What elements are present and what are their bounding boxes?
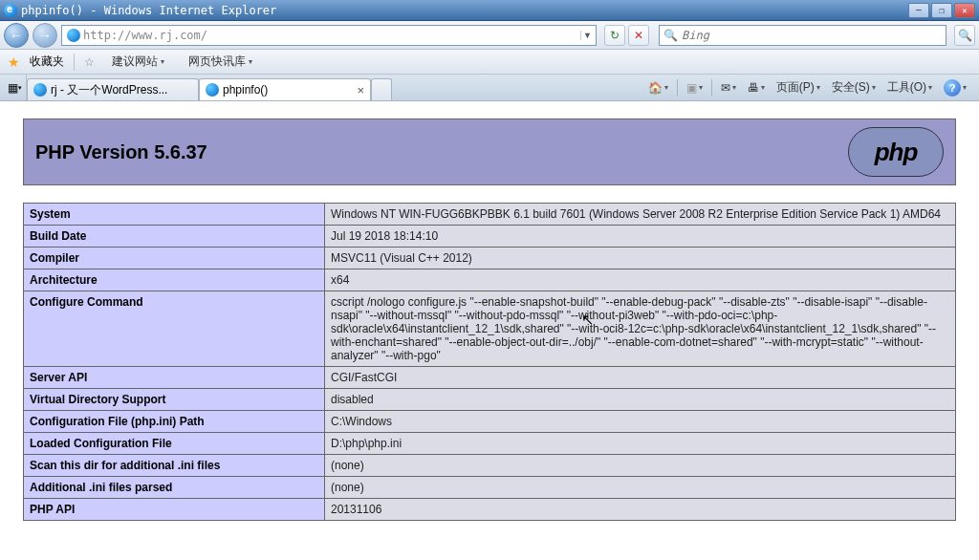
info-key: Build Date bbox=[24, 226, 325, 248]
mail-button[interactable]: ✉▾ bbox=[718, 81, 739, 95]
folder-icon: ☆ bbox=[84, 55, 95, 69]
rss-icon: ▣ bbox=[686, 81, 697, 95]
tab-label: rj - 又一个WordPress... bbox=[51, 82, 192, 98]
home-button[interactable]: 🏠▾ bbox=[645, 81, 671, 95]
safety-menu[interactable]: 安全(S)▾ bbox=[829, 79, 879, 96]
fav-link-label: 建议网站 bbox=[112, 54, 158, 70]
refresh-button[interactable]: ↻ bbox=[604, 25, 625, 46]
table-row: PHP API20131106 bbox=[24, 499, 956, 521]
php-logo: php bbox=[848, 127, 944, 177]
help-icon: ? bbox=[944, 79, 961, 97]
minimize-button[interactable]: ─ bbox=[908, 3, 929, 18]
info-key: Compiler bbox=[24, 248, 325, 269]
nav-toolbar: ← → ▼ ↻ ✕ 🔍 🔍 bbox=[0, 21, 979, 50]
address-input[interactable] bbox=[83, 29, 580, 42]
tab-close-button[interactable]: × bbox=[357, 83, 364, 97]
mail-icon: ✉ bbox=[721, 81, 730, 95]
table-row: Configure Commandcscript /nologo configu… bbox=[24, 291, 956, 367]
feeds-button[interactable]: ▣▾ bbox=[684, 81, 706, 95]
fav-webslice[interactable]: 网页快讯库 ▾ bbox=[174, 54, 252, 70]
site-icon bbox=[67, 29, 80, 42]
tools-menu[interactable]: 工具(O)▾ bbox=[884, 79, 935, 96]
nav-icons: ↻ ✕ bbox=[604, 25, 649, 46]
info-value: MSVC11 (Visual C++ 2012) bbox=[325, 248, 956, 269]
back-button[interactable]: ← bbox=[4, 23, 29, 48]
tab-phpinfo[interactable]: phpinfo() × bbox=[199, 78, 371, 100]
info-key: Configuration File (php.ini) Path bbox=[24, 411, 325, 433]
search-icon: 🔍 bbox=[664, 29, 678, 42]
table-row: Virtual Directory Supportdisabled bbox=[24, 389, 956, 411]
info-value: disabled bbox=[325, 389, 956, 411]
info-key: Virtual Directory Support bbox=[24, 389, 325, 411]
info-value: C:\Windows bbox=[325, 411, 956, 433]
print-icon: 🖶 bbox=[748, 81, 759, 95]
table-row: Architecturex64 bbox=[24, 269, 956, 291]
menu-label: 安全(S) bbox=[832, 79, 870, 96]
window-title: phpinfo() - Windows Internet Explorer bbox=[21, 4, 908, 17]
php-header: PHP Version 5.6.37 php bbox=[23, 118, 956, 185]
window-titlebar: phpinfo() - Windows Internet Explorer ─ … bbox=[0, 0, 979, 21]
tab-label: phpinfo() bbox=[223, 83, 353, 97]
info-key: Configure Command bbox=[24, 291, 325, 367]
fav-suggested-sites[interactable]: ☆ 建议网站 ▾ bbox=[84, 54, 164, 70]
search-box[interactable]: 🔍 bbox=[659, 25, 946, 46]
ie-icon bbox=[206, 83, 219, 97]
separator bbox=[711, 79, 712, 97]
new-tab-button[interactable] bbox=[371, 78, 392, 100]
table-row: Configuration File (php.ini) PathC:\Wind… bbox=[24, 411, 956, 433]
php-logo-text: php bbox=[875, 138, 918, 167]
print-button[interactable]: 🖶▾ bbox=[745, 81, 768, 95]
info-key: Architecture bbox=[24, 269, 325, 291]
php-info-table: SystemWindows NT WIN-FUGG6BKPBBK 6.1 bui… bbox=[23, 203, 956, 521]
info-value: D:\php\php.ini bbox=[325, 433, 956, 455]
table-row: Server APICGI/FastCGI bbox=[24, 367, 956, 389]
search-go-button[interactable]: 🔍 bbox=[954, 25, 975, 46]
page-menu[interactable]: 页面(P)▾ bbox=[773, 79, 823, 96]
address-dropdown[interactable]: ▼ bbox=[580, 31, 594, 40]
info-value: CGI/FastCGI bbox=[325, 367, 956, 389]
info-value: cscript /nologo configure.js "--enable-s… bbox=[325, 291, 956, 367]
divider bbox=[74, 54, 75, 71]
info-key: PHP API bbox=[24, 499, 325, 521]
info-key: Server API bbox=[24, 367, 325, 389]
table-row: SystemWindows NT WIN-FUGG6BKPBBK 6.1 bui… bbox=[24, 204, 956, 226]
table-row: CompilerMSVC11 (Visual C++ 2012) bbox=[24, 248, 956, 269]
window-controls: ─ ❐ ✕ bbox=[908, 3, 975, 18]
stop-button[interactable]: ✕ bbox=[628, 25, 649, 46]
tab-wordpress[interactable]: rj - 又一个WordPress... bbox=[27, 78, 199, 100]
menu-label: 工具(O) bbox=[887, 79, 926, 96]
ie-icon bbox=[98, 56, 109, 68]
info-value: (none) bbox=[325, 455, 956, 477]
table-row: Loaded Configuration FileD:\php\php.ini bbox=[24, 433, 956, 455]
command-bar: 🏠▾ ▣▾ ✉▾ 🖶▾ 页面(P)▾ 安全(S)▾ 工具(O)▾ ?▾ bbox=[640, 75, 975, 100]
table-row: Build DateJul 19 2018 18:14:10 bbox=[24, 226, 956, 248]
tab-bar: ▦▾ rj - 又一个WordPress... phpinfo() × 🏠▾ ▣… bbox=[0, 75, 979, 101]
info-value: 20131106 bbox=[325, 499, 956, 521]
info-value: (none) bbox=[325, 477, 956, 499]
favorites-star-icon[interactable]: ★ bbox=[8, 54, 20, 70]
info-value: x64 bbox=[325, 269, 956, 291]
info-key: System bbox=[24, 204, 325, 226]
forward-button[interactable]: → bbox=[33, 23, 57, 48]
favorites-bar: ★ 收藏夹 ☆ 建议网站 ▾ 网页快讯库 ▾ bbox=[0, 50, 979, 75]
favorites-label[interactable]: 收藏夹 bbox=[30, 54, 64, 70]
ie-icon bbox=[33, 83, 47, 97]
close-button[interactable]: ✕ bbox=[954, 3, 975, 18]
ie-icon bbox=[174, 56, 185, 68]
ie-icon bbox=[4, 4, 17, 17]
maximize-button[interactable]: ❐ bbox=[931, 3, 952, 18]
address-bar[interactable]: ▼ bbox=[61, 25, 597, 46]
table-row: Scan this dir for additional .ini files(… bbox=[24, 455, 956, 477]
quick-tabs-button[interactable]: ▦▾ bbox=[4, 75, 27, 100]
php-version-title: PHP Version 5.6.37 bbox=[35, 141, 848, 163]
separator bbox=[677, 79, 678, 97]
info-key: Loaded Configuration File bbox=[24, 433, 325, 455]
info-key: Scan this dir for additional .ini files bbox=[24, 455, 325, 477]
help-button[interactable]: ?▾ bbox=[941, 79, 969, 97]
info-key: Additional .ini files parsed bbox=[24, 477, 325, 499]
page-content[interactable]: PHP Version 5.6.37 php SystemWindows NT … bbox=[0, 101, 979, 560]
home-icon: 🏠 bbox=[648, 81, 663, 95]
info-value: Windows NT WIN-FUGG6BKPBBK 6.1 build 760… bbox=[325, 204, 956, 226]
info-value: Jul 19 2018 18:14:10 bbox=[325, 226, 956, 248]
search-input[interactable] bbox=[682, 29, 942, 42]
